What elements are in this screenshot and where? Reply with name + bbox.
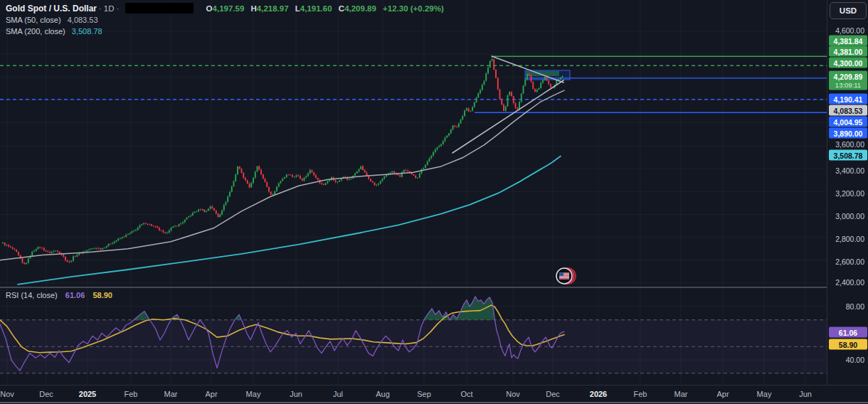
sma50-label[interactable]: SMA (50, close)	[6, 16, 61, 24]
time-axis-month-label: Jul	[333, 390, 343, 398]
currency-toggle-button[interactable]: USD	[830, 2, 867, 19]
low-value: 4,191.60	[300, 4, 332, 13]
time-axis-month-label: May	[246, 390, 261, 398]
last-price-badge: 4,209.8913:09:11	[829, 71, 867, 90]
main-price-pane[interactable]	[0, 56, 827, 285]
redacted-source-box	[125, 3, 194, 14]
time-axis-month-label: Dec	[39, 390, 53, 398]
price-level-badge: 4,381.00	[829, 46, 867, 57]
time-axis-year-label: 2026	[590, 390, 607, 398]
rsi-legend-row[interactable]: RSI (14, close) 61.06 58.90	[6, 291, 112, 299]
flag-logo-stamp	[556, 268, 576, 284]
price-axis-label: 3,000.00	[835, 212, 864, 220]
time-axis-month-label: Aug	[376, 390, 390, 398]
time-axis-month-label: Nov	[0, 390, 14, 398]
time-axis-month-label: Jun	[799, 390, 812, 398]
interval-label[interactable]: 1D	[104, 4, 115, 13]
rsi-value-badge: 61.06	[829, 327, 867, 338]
price-axis-label: 3,400.00	[835, 166, 864, 175]
open-value: 4,197.59	[213, 4, 245, 13]
sma200-value: 3,508.78	[72, 27, 102, 36]
open-label: O	[206, 4, 213, 13]
time-axis-month-label: Apr	[716, 390, 729, 398]
price-level-badge: 4,381.84	[829, 36, 867, 46]
rsi-ma-value: 58.90	[92, 291, 112, 299]
time-axis[interactable]: NovDec2025FebMarAprMayJunJulAugSepOctNov…	[0, 385, 868, 404]
time-axis-year-label: 2025	[79, 390, 96, 398]
time-axis-month-label: Oct	[460, 390, 472, 398]
time-axis-month-label: Mar	[674, 390, 688, 398]
chart-canvas[interactable]	[0, 0, 868, 385]
price-level-badge: 4,300.00	[829, 58, 867, 68]
rsi-value: 61.06	[65, 291, 85, 299]
price-axis-label: 2,400.00	[835, 278, 864, 287]
sma200-label[interactable]: SMA (200, close)	[6, 27, 65, 36]
time-axis-month-label: Jun	[290, 390, 302, 398]
rsi-axis-label: 40.00	[846, 356, 864, 364]
countdown-timer: 13:09:11	[829, 80, 867, 89]
separator-dot: ·	[117, 4, 120, 13]
low-label: L	[295, 4, 300, 13]
time-axis-month-label: Sep	[417, 390, 431, 398]
price-axis-label: 2,600.00	[835, 257, 864, 266]
sma200-legend-row[interactable]: SMA (200, close) 3,508.78	[6, 27, 102, 36]
price-axis-label: 3,600.00	[835, 140, 864, 149]
sma200-line[interactable]	[18, 156, 561, 285]
price-level-badge: 4,190.41	[829, 94, 867, 105]
time-axis-month-label: Feb	[125, 390, 138, 398]
rsi-value-badge: 58.90	[829, 339, 867, 350]
price-level-badge: 3,890.00	[829, 128, 867, 139]
candlestick-series	[2, 56, 563, 265]
change-value: +12.30 (+0.29%)	[383, 4, 444, 13]
sma50-value: 4,083.53	[68, 16, 98, 24]
price-axis[interactable]: 4,600.003,600.003,400.003,200.003,000.00…	[827, 0, 868, 385]
time-axis-month-label: Dec	[546, 390, 560, 398]
price-axis-label: 2,800.00	[835, 235, 864, 243]
time-axis-month-label: Nov	[506, 390, 520, 398]
high-value: 4,218.97	[257, 4, 289, 13]
time-axis-month-label: Mar	[164, 390, 178, 398]
high-label: H	[251, 4, 257, 13]
rsi-label[interactable]: RSI (14, close)	[6, 291, 58, 299]
time-axis-month-label: Feb	[634, 390, 647, 398]
trendline[interactable]	[452, 80, 563, 153]
window-bottom-border	[0, 402, 868, 403]
time-axis-month-label: May	[757, 390, 772, 398]
rsi-pane[interactable]	[0, 297, 827, 373]
price-level-badge: 4,004.95	[829, 117, 867, 127]
price-axis-label: 4,600.00	[835, 26, 864, 35]
time-axis-month-label: Apr	[205, 390, 217, 398]
price-axis-label: 3,200.00	[835, 189, 864, 198]
trading-chart-window: Gold Spot / U.S. Dollar·1D· O4,197.59 H4…	[0, 0, 868, 404]
price-level-badge: 4,083.53	[829, 105, 867, 116]
close-label: C	[339, 4, 344, 13]
close-value: 4,209.89	[344, 4, 376, 13]
rsi-axis-label: 80.00	[846, 302, 864, 311]
separator-dot: ·	[99, 4, 102, 13]
sma50-legend-row[interactable]: SMA (50, close) 4,083.53	[6, 16, 98, 24]
price-level-badge: 3,508.78	[829, 150, 867, 161]
sma50-line[interactable]	[0, 90, 564, 260]
chart-legend-row[interactable]: Gold Spot / U.S. Dollar·1D· O4,197.59 H4…	[6, 3, 444, 15]
symbol-title[interactable]: Gold Spot / U.S. Dollar	[6, 4, 97, 14]
pane-divider[interactable]	[0, 287, 868, 288]
